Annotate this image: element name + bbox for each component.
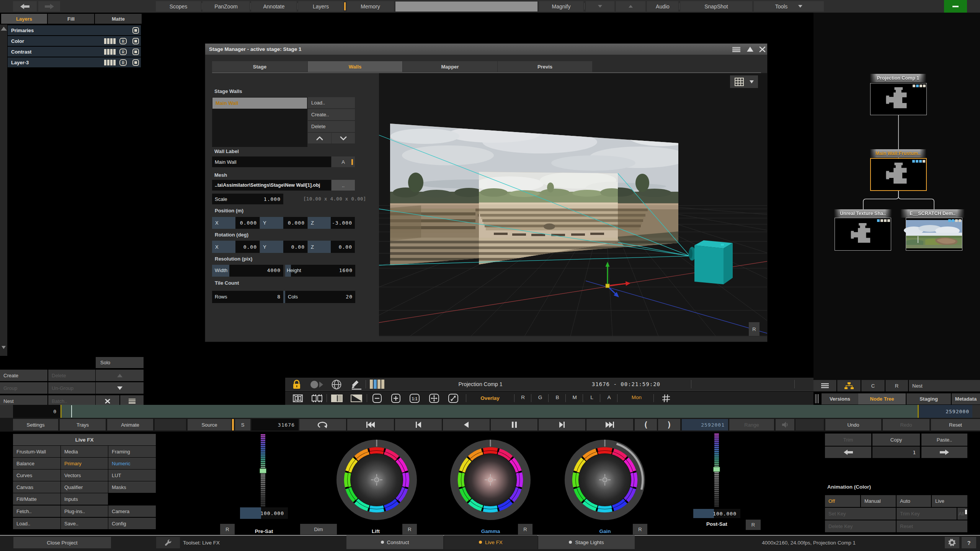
nest-view-button[interactable]: Nest bbox=[909, 380, 980, 391]
fit-view-icon[interactable] bbox=[429, 394, 439, 403]
presat-handle[interactable] bbox=[260, 468, 266, 473]
anim-manual-button[interactable]: Manual bbox=[861, 495, 896, 507]
minimize-button[interactable] bbox=[944, 0, 967, 13]
wall-list-item-selected[interactable]: Main Wall bbox=[212, 98, 307, 109]
pos-y-label[interactable]: Y bbox=[260, 217, 283, 229]
gamma-reset-button[interactable]: R bbox=[518, 524, 532, 535]
tab-stagelights[interactable]: Stage Lights bbox=[538, 535, 635, 549]
dim-button[interactable]: Dim bbox=[300, 524, 337, 535]
annotate-pen-icon[interactable] bbox=[351, 380, 362, 390]
paste-button[interactable]: Paste.. bbox=[921, 434, 967, 446]
monitor-button[interactable]: Mon bbox=[626, 395, 647, 400]
range-end-marker[interactable] bbox=[918, 405, 919, 418]
version-bars-icon[interactable] bbox=[370, 380, 384, 389]
width-field[interactable]: Width 4000 bbox=[212, 265, 283, 277]
livefx-plugins[interactable]: Plug-ins.. bbox=[61, 505, 108, 517]
timeline-track[interactable] bbox=[62, 405, 918, 418]
source-s-button[interactable]: S bbox=[235, 419, 250, 430]
command-input[interactable] bbox=[395, 2, 537, 11]
source-button[interactable]: Source bbox=[188, 419, 231, 430]
grade-prev-button[interactable] bbox=[825, 447, 871, 458]
livefx-qualifier[interactable]: Qualifier bbox=[61, 481, 108, 493]
play-reverse-button[interactable] bbox=[443, 419, 490, 430]
redo-button[interactable]: Redo bbox=[883, 419, 929, 430]
livefx-numeric[interactable]: Numeric bbox=[108, 458, 156, 469]
wipe-view-icon[interactable] bbox=[351, 395, 362, 402]
go-to-start-button[interactable] bbox=[347, 419, 394, 430]
undo-button[interactable]: Undo bbox=[825, 419, 881, 430]
pos-x-value[interactable]: 0.000 bbox=[235, 217, 260, 229]
lock-icon[interactable] bbox=[292, 380, 301, 389]
reset-button[interactable]: Reset bbox=[931, 419, 980, 430]
timeline-start-field[interactable]: 0 bbox=[13, 405, 60, 418]
layer-list-scrollbar[interactable] bbox=[0, 24, 7, 356]
livefx-inputs[interactable]: Inputs bbox=[61, 493, 108, 505]
wall-create-button[interactable]: Create.. bbox=[308, 109, 355, 120]
zoom-1to1-icon[interactable]: 1:1 bbox=[410, 394, 420, 403]
overlay-button[interactable]: Overlay bbox=[475, 391, 505, 405]
dual-frame-icon[interactable] bbox=[312, 395, 322, 402]
layer-reset-icon[interactable]: R bbox=[119, 38, 127, 44]
group-button[interactable]: Group bbox=[0, 382, 47, 394]
rot-z-label[interactable]: Z bbox=[308, 241, 331, 253]
trim-key-button[interactable]: Trim Key bbox=[897, 508, 957, 520]
loop-in-button[interactable]: ( bbox=[635, 419, 657, 430]
dialog-titlebar[interactable]: Stage Manager - active stage: Stage 1 bbox=[205, 44, 767, 55]
node-thumb-unreal[interactable] bbox=[835, 218, 891, 251]
anim-live-button[interactable]: Live bbox=[932, 495, 967, 507]
set-key-button[interactable]: Set Key bbox=[825, 508, 896, 520]
menu-panzoom[interactable]: PanZoom bbox=[203, 1, 250, 11]
layer-reset-icon[interactable]: R bbox=[119, 59, 127, 66]
livefx-camera[interactable]: Camera bbox=[108, 505, 156, 517]
tab-layers[interactable]: Layers bbox=[1, 14, 47, 24]
node-label-projection-comp[interactable]: Projection Comp 1 bbox=[870, 74, 926, 82]
wall-label-auto-button[interactable]: A bbox=[332, 156, 355, 167]
rot-x-value[interactable]: 0.00 bbox=[235, 241, 260, 253]
dialog-menu-icon[interactable] bbox=[732, 47, 740, 52]
channel-red-button[interactable]: R bbox=[516, 395, 529, 400]
trays-button[interactable]: Trays bbox=[60, 419, 106, 430]
mesh-path-field[interactable]: ..ta\Assimilator\Settings\Stage\New Wall… bbox=[212, 180, 331, 191]
livefx-lut[interactable]: LUT bbox=[108, 469, 156, 481]
node-thumb-projection-comp[interactable] bbox=[870, 83, 927, 115]
pos-y-value[interactable]: 0.000 bbox=[283, 217, 307, 229]
height-field[interactable]: Height 1600 bbox=[285, 265, 355, 277]
range-end-field[interactable]: 2592001 bbox=[682, 419, 728, 430]
node-label-scratch[interactable]: E__SCRATCH Dem.. bbox=[900, 209, 965, 218]
wall-load-button[interactable]: Load.. bbox=[308, 97, 355, 108]
reset-key-button[interactable]: Reset bbox=[897, 520, 967, 532]
prev-frame-button[interactable] bbox=[395, 419, 442, 430]
anim-off-button[interactable]: Off bbox=[825, 495, 860, 507]
reference-button[interactable]: R bbox=[885, 380, 908, 391]
lift-reset-button[interactable]: R bbox=[402, 524, 417, 535]
animate-button[interactable]: Animate bbox=[107, 419, 153, 430]
tab-staging[interactable]: Staging bbox=[906, 393, 951, 404]
layer-enable-icon[interactable] bbox=[132, 27, 139, 34]
current-frame-field[interactable]: 31676 bbox=[252, 419, 298, 430]
livefx-curves[interactable]: Curves bbox=[13, 469, 60, 481]
loop-out-button[interactable]: ) bbox=[658, 419, 680, 430]
livefx-load[interactable]: Load.. bbox=[13, 518, 60, 529]
wall-move-up-button[interactable] bbox=[308, 133, 331, 143]
presat-reset-button[interactable]: R bbox=[220, 524, 235, 535]
presat-value[interactable]: 100.000 bbox=[240, 507, 288, 519]
stage-walls-list[interactable]: Main Wall bbox=[212, 97, 307, 147]
zoom-in-icon[interactable] bbox=[391, 394, 400, 403]
safe-grid-icon[interactable] bbox=[662, 395, 670, 402]
ungroup-button[interactable]: Un-Group bbox=[48, 382, 95, 394]
rows-field[interactable]: Rows 8 bbox=[212, 291, 283, 303]
livefx-config[interactable]: Config bbox=[108, 518, 156, 529]
help-button[interactable]: ? bbox=[962, 537, 976, 548]
dialog-close-icon[interactable] bbox=[760, 47, 765, 52]
layer-row-color[interactable]: Color R bbox=[8, 36, 141, 46]
delete-layer-button[interactable]: Delete bbox=[48, 370, 95, 381]
menu-layers[interactable]: Layers bbox=[298, 1, 343, 11]
wall-name-input[interactable]: Main Wall bbox=[212, 156, 331, 167]
rot-y-value[interactable]: 0.00 bbox=[283, 241, 307, 253]
layer-enable-icon[interactable] bbox=[132, 38, 139, 44]
viewport-layout-button[interactable] bbox=[730, 75, 758, 88]
menu-snapshot[interactable]: SnapShot bbox=[680, 1, 752, 11]
livefx-primary[interactable]: Primary bbox=[61, 458, 108, 469]
tab-livefx[interactable]: Live FX bbox=[444, 535, 537, 549]
tab-node-tree[interactable]: Node Tree bbox=[858, 393, 906, 404]
